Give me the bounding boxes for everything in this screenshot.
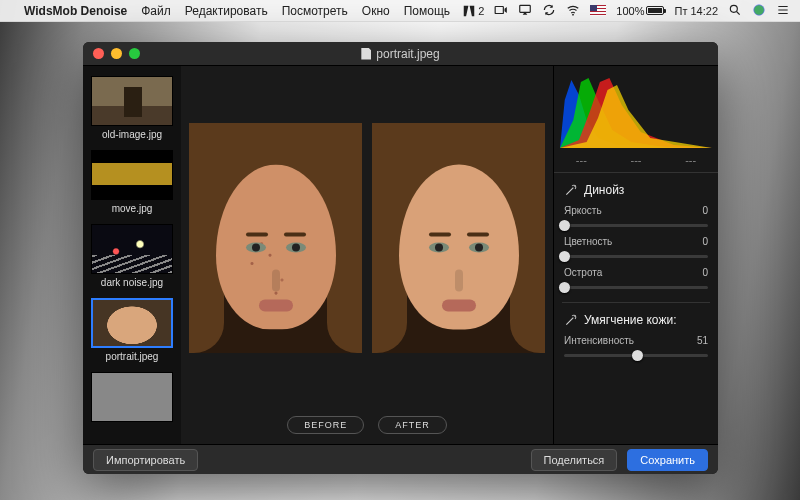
bottom-toolbar: Импортировать Поделиться Сохранить <box>83 444 718 474</box>
menubar-item[interactable]: Редактировать <box>185 4 268 18</box>
wand-icon <box>564 183 578 197</box>
main-area: BEFORE AFTER <box>181 66 553 444</box>
histogram <box>560 70 712 148</box>
thumbnail-label: old-image.jpg <box>91 126 173 146</box>
slider-label: Острота <box>564 267 602 278</box>
thumbnail-image <box>91 298 173 348</box>
denoise-slider[interactable] <box>564 249 708 263</box>
before-button[interactable]: BEFORE <box>287 416 364 434</box>
thumbnail-item[interactable]: old-image.jpg <box>91 76 173 146</box>
histogram-readouts: --- --- --- <box>554 152 718 173</box>
image-after <box>372 123 545 353</box>
after-button[interactable]: AFTER <box>378 416 447 434</box>
denoise-slider-row: Цветность 0 <box>554 232 718 263</box>
screen-record-icon[interactable] <box>494 3 508 19</box>
skin-slider-row: Интенсивность 51 <box>554 331 718 362</box>
thumbnail-image <box>91 76 173 126</box>
input-source-flag-icon[interactable] <box>590 5 606 16</box>
import-button[interactable]: Импортировать <box>93 449 198 471</box>
window-titlebar[interactable]: portrait.jpeg <box>83 42 718 66</box>
menubar-item[interactable]: Файл <box>141 4 171 18</box>
denoise-slider-row: Острота 0 <box>554 263 718 294</box>
skin-section-title: Умягчение кожи: <box>554 303 718 331</box>
wand-icon <box>564 313 578 327</box>
share-button[interactable]: Поделиться <box>531 449 618 471</box>
thumbnail-image <box>91 224 173 274</box>
image-before <box>189 123 362 353</box>
denoise-section-title: Динойз <box>554 173 718 201</box>
notification-center-icon[interactable] <box>776 3 790 19</box>
battery-indicator[interactable]: 100% <box>616 5 664 17</box>
menubar-app-name[interactable]: WidsMob Denoise <box>24 4 127 18</box>
slider-knob[interactable] <box>632 350 643 361</box>
thumbnail-label: move.jpg <box>91 200 173 220</box>
thumbnail-item[interactable]: dark noise.jpg <box>91 224 173 294</box>
wifi-icon[interactable] <box>566 3 580 19</box>
app-window: portrait.jpeg old-image.jpg move.jpg dar… <box>83 42 718 474</box>
thumbnail-item[interactable]: move.jpg <box>91 150 173 220</box>
airplay-icon[interactable] <box>518 3 532 19</box>
slider-label: Цветность <box>564 236 612 247</box>
macos-menubar: WidsMob Denoise Файл Редактировать Посмо… <box>0 0 800 22</box>
slider-value: 0 <box>702 267 708 278</box>
skin-slider[interactable] <box>564 348 708 362</box>
sync-icon[interactable] <box>542 3 556 19</box>
slider-value: 51 <box>697 335 708 346</box>
thumbnail-label: portrait.jpeg <box>91 348 173 368</box>
document-icon <box>361 48 371 60</box>
slider-knob[interactable] <box>559 282 570 293</box>
svg-rect-1 <box>520 5 531 12</box>
thumbnail-item[interactable] <box>91 372 173 431</box>
thumbnail-sidebar[interactable]: old-image.jpg move.jpg dark noise.jpg po… <box>83 66 181 444</box>
denoise-slider-row: Яркость 0 <box>554 201 718 232</box>
window-title: portrait.jpeg <box>376 47 439 61</box>
thumbnail-label <box>91 422 173 431</box>
svg-point-3 <box>730 5 737 12</box>
slider-value: 0 <box>702 205 708 216</box>
battery-icon <box>646 6 664 15</box>
thumbnail-item[interactable]: portrait.jpeg <box>91 298 173 368</box>
spotlight-icon[interactable] <box>728 3 742 19</box>
denoise-slider[interactable] <box>564 218 708 232</box>
slider-value: 0 <box>702 236 708 247</box>
slider-label: Яркость <box>564 205 602 216</box>
thumbnail-image <box>91 372 173 422</box>
slider-knob[interactable] <box>559 220 570 231</box>
adjustments-panel: --- --- --- Динойз Яркость 0 Цветность 0 <box>553 66 718 444</box>
slider-label: Интенсивность <box>564 335 634 346</box>
menubar-clock[interactable]: Пт 14:22 <box>674 5 718 17</box>
menubar-item[interactable]: Посмотреть <box>282 4 348 18</box>
adobe-cc-icon[interactable]: 2 <box>462 4 484 18</box>
siri-icon[interactable] <box>752 3 766 19</box>
svg-rect-0 <box>495 6 503 13</box>
slider-knob[interactable] <box>559 251 570 262</box>
menubar-item[interactable]: Окно <box>362 4 390 18</box>
thumbnail-image <box>91 150 173 200</box>
compare-canvas <box>181 66 553 410</box>
save-button[interactable]: Сохранить <box>627 449 708 471</box>
denoise-slider[interactable] <box>564 280 708 294</box>
menubar-item[interactable]: Помощь <box>404 4 450 18</box>
thumbnail-label: dark noise.jpg <box>91 274 173 294</box>
svg-point-2 <box>572 13 574 15</box>
